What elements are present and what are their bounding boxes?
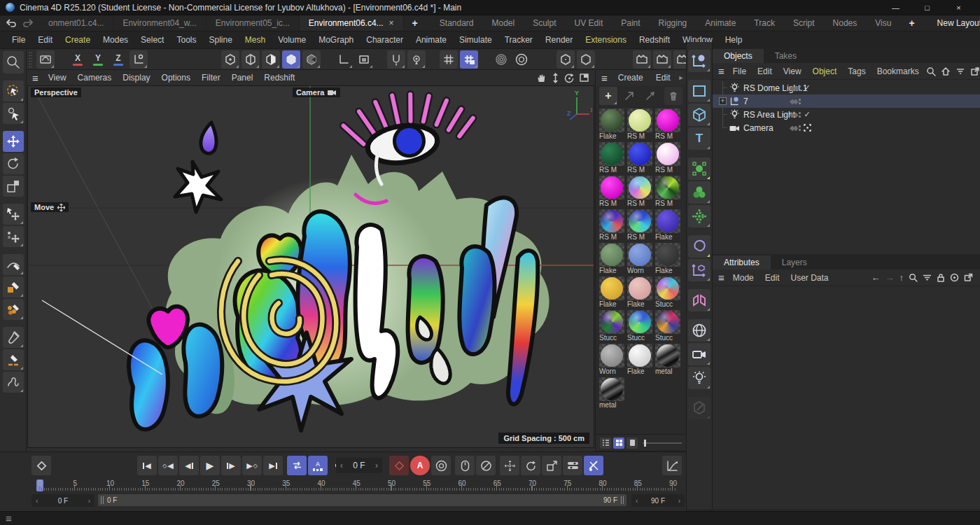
rectangle-spline-icon[interactable] — [688, 80, 710, 102]
material-item[interactable]: Flake — [627, 344, 652, 376]
material-item[interactable]: Worn — [627, 243, 652, 275]
viewport-menu-cameras[interactable]: Cameras — [72, 73, 118, 83]
coordinate-system-icon[interactable] — [130, 50, 148, 69]
range-start-grip[interactable] — [101, 496, 104, 504]
layout-tab[interactable]: Sculpt — [524, 18, 565, 28]
material-item[interactable]: metal — [599, 377, 624, 410]
prev-frame-button[interactable]: ◀ — [179, 456, 199, 475]
light-object-icon[interactable] — [728, 109, 741, 120]
menu-select[interactable]: Select — [134, 35, 170, 45]
material-item[interactable]: Flake — [599, 276, 624, 309]
attr-filter-icon[interactable] — [923, 274, 932, 281]
view-mode-label[interactable]: Perspective — [31, 88, 81, 97]
close-button[interactable]: × — [943, 0, 974, 15]
menu-create[interactable]: Create — [59, 35, 97, 45]
loop-playback-icon[interactable] — [287, 456, 307, 475]
bend-deformer-icon[interactable] — [688, 235, 710, 258]
expand-icon[interactable]: + — [719, 97, 727, 105]
range-end-grip[interactable] — [621, 496, 624, 504]
camera-object-icon[interactable] — [728, 124, 741, 132]
polygons-mode-icon[interactable] — [262, 50, 280, 69]
material-item[interactable]: RS M — [627, 209, 652, 241]
tweak-tool-icon[interactable] — [3, 103, 24, 124]
spline-primitives-icon[interactable] — [3, 299, 24, 320]
multi-move-icon[interactable] — [3, 226, 24, 247]
layout-tab[interactable]: Track — [745, 18, 784, 28]
menu-animate[interactable]: Animate — [410, 35, 453, 45]
menu-tracker[interactable]: Tracker — [498, 35, 539, 45]
menu-file[interactable]: File — [6, 35, 31, 45]
menu-simulate[interactable]: Simulate — [453, 35, 498, 45]
material-item[interactable]: Flake — [599, 243, 624, 275]
add-document-button[interactable]: + — [404, 18, 426, 29]
next-frame-button[interactable]: ▶ — [221, 456, 241, 475]
key-pla-icon[interactable] — [584, 456, 603, 475]
viewport-menu-options[interactable]: Options — [156, 73, 196, 83]
menu-spline[interactable]: Spline — [202, 35, 238, 45]
redo-icon[interactable] — [21, 17, 35, 29]
quantize-icon[interactable] — [460, 50, 478, 69]
status-menu-icon[interactable]: ≡ — [6, 512, 12, 524]
light-object-icon[interactable] — [728, 83, 741, 93]
material-item[interactable]: Flake — [599, 108, 624, 141]
material-item[interactable]: RS M — [599, 209, 624, 241]
filter-icon[interactable] — [955, 67, 965, 76]
viewport-menu-redshift[interactable]: Redshift — [258, 73, 300, 83]
menu-redshift[interactable]: Redshift — [633, 35, 676, 45]
attributes-menu-edit[interactable]: Edit — [760, 273, 785, 283]
menu-mograph[interactable]: MoGraph — [312, 35, 360, 45]
autokey-button[interactable]: A — [410, 456, 430, 475]
viewport-menu-filter[interactable]: Filter — [196, 73, 226, 83]
render-picture-viewer-icon[interactable] — [653, 50, 671, 69]
viewport-menu-panel[interactable]: Panel — [226, 73, 259, 83]
metaball-icon[interactable] — [688, 181, 710, 204]
object-row[interactable]: RS Area Light◆◆✓ — [713, 108, 980, 121]
key-rotation-icon[interactable] — [521, 456, 540, 475]
texture-mode-icon[interactable] — [302, 50, 321, 69]
viewport-render-icon[interactable] — [36, 50, 55, 69]
rotate-tool-icon[interactable] — [3, 153, 24, 174]
layout-tab[interactable]: Animate — [696, 18, 745, 28]
menu-extensions[interactable]: Extensions — [579, 35, 633, 45]
tab-layers[interactable]: Layers — [771, 255, 818, 270]
layer-icon[interactable]: ◆◆ — [790, 97, 796, 105]
viewport-menu-icon[interactable]: ≡ — [29, 72, 41, 84]
text-object-icon[interactable]: T — [688, 127, 710, 150]
key-parameter-icon[interactable] — [563, 456, 582, 475]
null-target-icon[interactable] — [492, 50, 510, 69]
delete-material-icon[interactable] — [664, 87, 682, 105]
icon-view-icon[interactable] — [626, 438, 638, 449]
spline-object-icon[interactable] — [728, 96, 741, 106]
visibility-dots-icon[interactable] — [799, 99, 801, 104]
parent-up-icon[interactable]: ↑ — [899, 272, 904, 283]
goto-end-button[interactable]: ▶ — [263, 456, 283, 475]
tab-objects[interactable]: Objects — [713, 49, 764, 63]
objects-menu-bookmarks[interactable]: Bookmarks — [872, 66, 925, 76]
lock-icon[interactable] — [937, 273, 945, 282]
attr-search-icon[interactable] — [909, 273, 918, 282]
home-icon[interactable] — [941, 66, 951, 76]
key-scale-icon[interactable] — [542, 456, 561, 475]
toolbar-grip[interactable] — [29, 52, 32, 67]
play-button[interactable]: ▶ — [200, 456, 220, 475]
layout-tab[interactable]: UV Edit — [566, 18, 612, 28]
add-layout-button[interactable]: + — [900, 18, 923, 29]
material-item[interactable]: RS M — [599, 176, 624, 208]
materials-overflow-icon[interactable]: ► — [678, 74, 684, 81]
timeline-ruler[interactable]: 051015202530354045505560657075808590 — [0, 479, 686, 493]
new-layouts-button[interactable]: New Layouts — [932, 18, 980, 28]
sky-object-icon[interactable] — [688, 319, 710, 342]
close-tab-icon[interactable]: × — [389, 18, 394, 28]
menu-character[interactable]: Character — [360, 35, 410, 45]
sketch-tool-icon[interactable] — [3, 349, 24, 370]
layout-tab[interactable]: Visu — [866, 18, 900, 28]
attributes-menu-user-data[interactable]: User Data — [785, 273, 834, 283]
gear-circle-icon[interactable] — [512, 50, 531, 69]
layer-icon[interactable]: ◆◆ — [790, 111, 796, 118]
visibility-hex-icon[interactable] — [556, 50, 575, 69]
material-item[interactable]: Stucc — [655, 310, 680, 342]
rotate-view-icon[interactable] — [564, 73, 575, 83]
materials-menu-icon[interactable]: ≡ — [598, 72, 610, 84]
snap-settings-icon[interactable] — [407, 50, 426, 69]
auto-hex-icon[interactable]: A — [577, 50, 595, 69]
